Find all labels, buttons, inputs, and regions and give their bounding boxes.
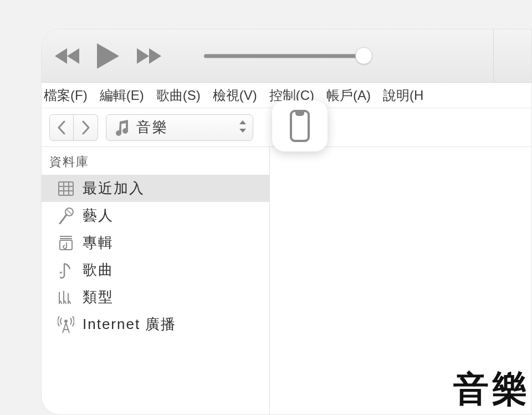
sidebar-item-genres[interactable]: 類型 [42, 284, 269, 311]
sidebar: 資料庫 最近加入 藝人 專輯 [42, 147, 270, 414]
phone-icon [290, 110, 310, 142]
content-title: 音樂 [453, 365, 531, 414]
note-icon [57, 261, 75, 279]
next-icon[interactable] [136, 46, 161, 66]
transport-controls [55, 42, 161, 70]
menu-song[interactable]: 歌曲(S) [156, 87, 201, 104]
chevron-left-icon [57, 120, 66, 135]
previous-icon[interactable] [55, 46, 80, 66]
radio-tower-icon [57, 316, 75, 333]
menu-account[interactable]: 帳戶(A) [326, 87, 371, 104]
sidebar-item-label: 最近加入 [83, 179, 145, 198]
up-down-arrows-icon [238, 119, 247, 136]
sidebar-item-songs[interactable]: 歌曲 [42, 256, 269, 284]
media-picker-label: 音樂 [136, 118, 168, 137]
chevron-right-icon [81, 120, 90, 135]
volume-track [204, 54, 365, 58]
music-note-icon [113, 119, 131, 136]
sidebar-item-label: 類型 [83, 287, 114, 307]
volume-thumb[interactable] [355, 47, 372, 64]
nav-toolbar: 音樂 [42, 108, 531, 147]
sidebar-item-label: Internet 廣播 [83, 315, 176, 334]
menu-view[interactable]: 檢視(V) [213, 87, 257, 104]
main-body: 資料庫 最近加入 藝人 專輯 [42, 147, 531, 414]
media-picker[interactable]: 音樂 [106, 114, 253, 141]
play-icon[interactable] [96, 42, 120, 70]
app-window: 檔案(F) 編輯(E) 歌曲(S) 檢視(V) 控制(C) 帳戶(A) 說明(H… [41, 29, 532, 415]
sidebar-item-albums[interactable]: 專輯 [42, 229, 269, 256]
nav-forward-button[interactable] [74, 114, 98, 141]
album-icon [57, 235, 75, 251]
menu-edit[interactable]: 編輯(E) [100, 87, 144, 104]
menu-help[interactable]: 說明(H [383, 87, 423, 104]
nav-back-button[interactable] [49, 114, 74, 141]
volume-slider[interactable] [204, 54, 365, 58]
microphone-icon [57, 208, 75, 224]
sidebar-item-label: 專輯 [83, 233, 114, 252]
grid-icon [57, 181, 75, 196]
toolbar-divider [493, 29, 494, 82]
nav-back-forward [49, 114, 98, 141]
device-button[interactable] [272, 100, 328, 151]
svg-rect-0 [59, 182, 73, 195]
sidebar-item-recently-added[interactable]: 最近加入 [42, 175, 269, 202]
guitar-icon [57, 289, 75, 306]
menu-file[interactable]: 檔案(F) [44, 87, 88, 104]
sidebar-section-header: 資料庫 [42, 151, 269, 175]
sidebar-item-label: 藝人 [83, 206, 114, 225]
sidebar-item-label: 歌曲 [83, 260, 114, 280]
sidebar-item-artists[interactable]: 藝人 [42, 202, 269, 229]
player-toolbar [42, 29, 531, 83]
content-area: 音樂 [270, 147, 531, 414]
svg-point-9 [64, 320, 68, 323]
sidebar-item-internet-radio[interactable]: Internet 廣播 [42, 311, 269, 338]
